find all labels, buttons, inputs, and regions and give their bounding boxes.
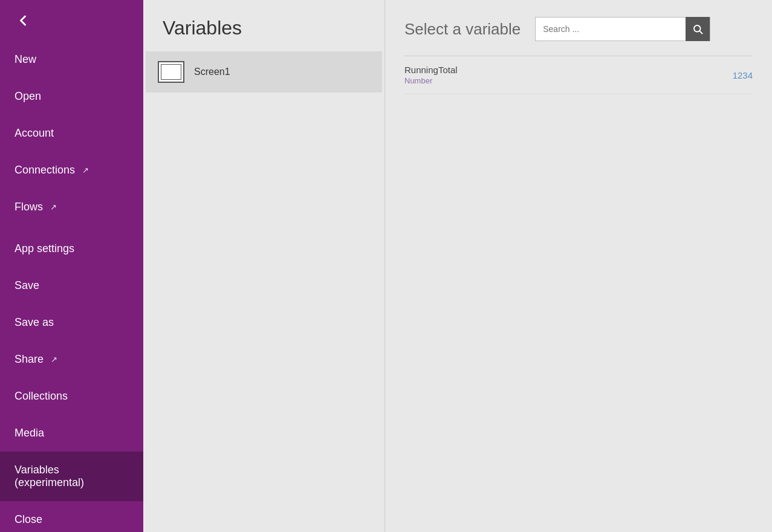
sidebar-item-connections[interactable]: Connections ↗	[0, 152, 143, 189]
sidebar-item-new[interactable]: New	[0, 41, 143, 78]
page-title: Variables	[163, 17, 365, 39]
variable-row[interactable]: RunningTotal Number 1234	[404, 56, 753, 94]
sidebar-item-app-settings[interactable]: App settings	[0, 230, 143, 267]
sidebar-item-collections[interactable]: Collections	[0, 378, 143, 415]
search-icon	[692, 24, 703, 34]
sidebar-item-label: Open	[15, 90, 41, 103]
sidebar-item-save[interactable]: Save	[0, 267, 143, 304]
select-variable-label: Select a variable	[404, 20, 521, 39]
sidebar-item-save-as[interactable]: Save as	[0, 304, 143, 341]
screen-icon-inner	[161, 64, 181, 80]
sidebar-item-label: Close	[15, 513, 42, 526]
search-button[interactable]	[686, 17, 710, 41]
external-link-icon: ↗	[82, 166, 89, 175]
sidebar-item-flows[interactable]: Flows ↗	[0, 189, 143, 225]
variable-name: RunningTotal	[404, 65, 458, 75]
search-input[interactable]	[536, 18, 686, 41]
variable-list: RunningTotal Number 1234	[404, 56, 753, 94]
sidebar-item-label: Media	[15, 427, 44, 440]
screen-thumbnail-icon	[158, 61, 184, 83]
sidebar-item-label: App settings	[15, 242, 74, 255]
right-header: Select a variable	[404, 17, 753, 41]
sidebar-item-label: Save as	[15, 316, 54, 329]
sidebar-item-label: Connections	[15, 164, 75, 177]
external-link-icon: ↗	[50, 203, 57, 212]
sidebar-item-label: Variables (experimental)	[15, 464, 129, 489]
middle-panel: Variables Screen1	[143, 0, 385, 532]
sidebar-item-account[interactable]: Account	[0, 115, 143, 152]
back-button[interactable]	[0, 0, 143, 41]
sidebar-item-label: Collections	[15, 390, 68, 403]
sidebar-item-label: Flows	[15, 201, 43, 213]
variable-value: 1234	[733, 70, 753, 80]
variable-info: RunningTotal Number	[404, 65, 458, 85]
sidebar-item-share[interactable]: Share ↗	[0, 341, 143, 378]
sidebar-item-variables[interactable]: Variables (experimental)	[0, 452, 143, 501]
sidebar-item-label: New	[15, 53, 36, 66]
sidebar-item-label: Save	[15, 279, 39, 292]
screen-name: Screen1	[194, 66, 230, 77]
sidebar-item-label: Account	[15, 127, 54, 140]
search-box	[535, 17, 710, 41]
right-panel: Select a variable RunningTotal Number 12…	[385, 0, 772, 532]
middle-header: Variables	[143, 0, 384, 51]
external-link-icon: ↗	[51, 355, 57, 364]
variable-type: Number	[404, 76, 458, 85]
svg-line-1	[700, 31, 702, 33]
sidebar-item-label: Share	[15, 353, 44, 366]
sidebar-item-open[interactable]: Open	[0, 78, 143, 115]
sidebar: New Open Account Connections ↗ Flows ↗ A…	[0, 0, 143, 532]
sidebar-item-close[interactable]: Close	[0, 501, 143, 532]
screen-item[interactable]: Screen1	[146, 51, 382, 92]
sidebar-item-media[interactable]: Media	[0, 415, 143, 452]
